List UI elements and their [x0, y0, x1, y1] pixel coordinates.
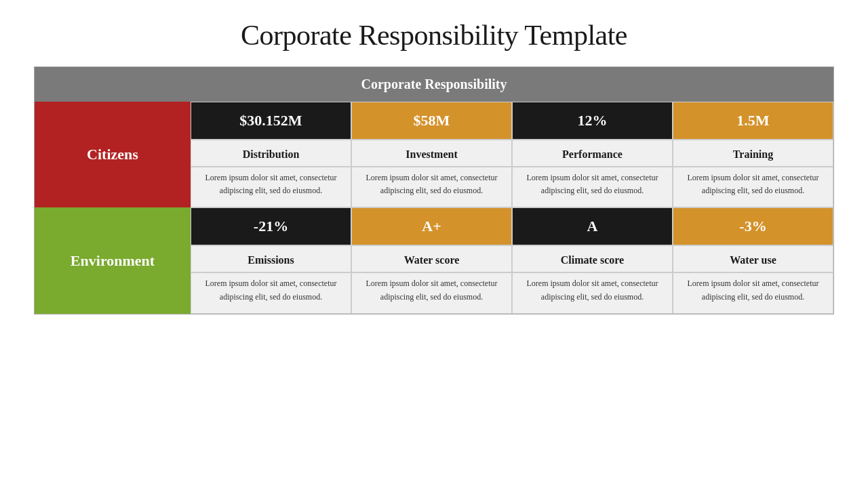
row-label-citizens: Citizens	[35, 102, 191, 207]
env-metric-value-2: A+	[351, 207, 512, 245]
citizens-metric-desc-3: Lorem ipsum dolor sit amet, consectetur …	[512, 167, 673, 207]
citizens-metric-value-2: $58M	[351, 102, 512, 140]
env-metric-title-3: Climate score	[512, 245, 673, 272]
citizens-metric-value-4: 1.5M	[673, 102, 833, 140]
citizens-metric-desc-4: Lorem ipsum dolor sit amet, consectetur …	[673, 167, 833, 207]
table-grid: Citizens $30.152M $58M 12% 1.5M Distribu…	[35, 102, 833, 314]
env-metric-value-4: -3%	[673, 207, 833, 245]
citizens-metric-title-4: Training	[673, 140, 833, 167]
citizens-metric-title-3: Performance	[512, 140, 673, 167]
main-table: Corporate Responsibility Citizens $30.15…	[34, 66, 834, 314]
citizens-metric-value-1: $30.152M	[191, 102, 351, 140]
citizens-metric-desc-2: Lorem ipsum dolor sit amet, consectetur …	[351, 167, 512, 207]
citizens-metric-title-1: Distribution	[191, 140, 351, 167]
env-metric-value-1: -21%	[191, 207, 351, 245]
env-metric-title-2: Water score	[351, 245, 512, 272]
table-header: Corporate Responsibility	[35, 67, 833, 102]
citizens-metric-title-2: Investment	[351, 140, 512, 167]
citizens-metric-value-3: 12%	[512, 102, 673, 140]
env-metric-desc-3: Lorem ipsum dolor sit amet, consectetur …	[512, 272, 673, 313]
env-metric-title-4: Water use	[673, 245, 833, 272]
env-metric-value-3: A	[512, 207, 673, 245]
env-metric-desc-1: Lorem ipsum dolor sit amet, consectetur …	[191, 272, 351, 313]
citizens-metric-desc-1: Lorem ipsum dolor sit amet, consectetur …	[191, 167, 351, 207]
row-label-environment: Environment	[35, 207, 191, 313]
env-metric-desc-2: Lorem ipsum dolor sit amet, consectetur …	[351, 272, 512, 313]
env-metric-title-1: Emissions	[191, 245, 351, 272]
page-title: Corporate Responsibility Template	[241, 19, 627, 52]
env-metric-desc-4: Lorem ipsum dolor sit amet, consectetur …	[673, 272, 833, 313]
